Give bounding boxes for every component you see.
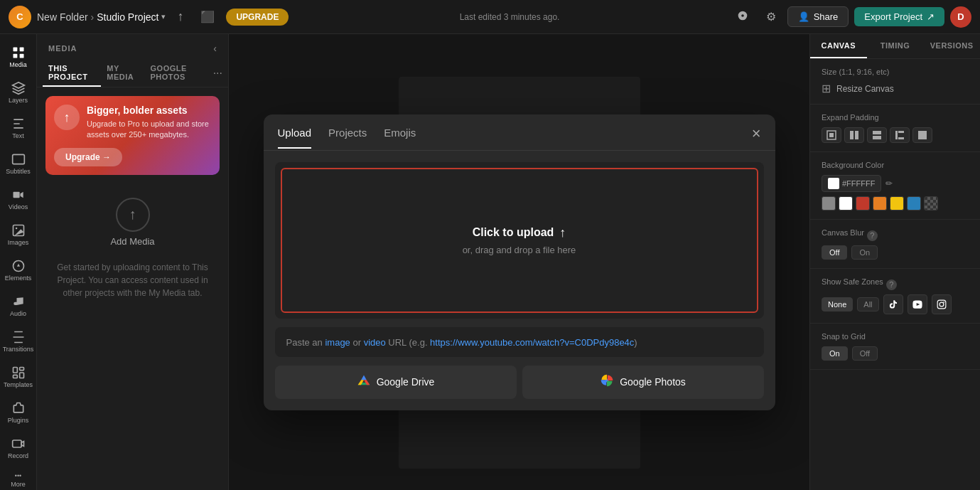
sidebar-item-templates-label: Templates bbox=[4, 381, 33, 388]
modal-overlay[interactable]: Upload Projects Emojis × Click to upload… bbox=[229, 34, 809, 490]
tab-my-media[interactable]: MY MEDIA bbox=[101, 60, 144, 87]
safe-zone-instagram-button[interactable] bbox=[932, 294, 952, 314]
topbar-preview-button[interactable]: ⬛ bbox=[195, 7, 220, 26]
upgrade-card-text: Upgrade to Pro to upload and store asset… bbox=[87, 119, 211, 141]
right-tab-versions[interactable]: VERSIONS bbox=[923, 34, 980, 58]
right-panel: CANVAS TIMING VERSIONS Size (1:1, 9:16, … bbox=[809, 34, 980, 490]
resize-icon: ⊞ bbox=[822, 82, 831, 95]
right-panel-tabs: CANVAS TIMING VERSIONS bbox=[810, 34, 980, 59]
right-tab-canvas[interactable]: CANVAS bbox=[810, 34, 867, 58]
svg-rect-16 bbox=[850, 131, 854, 139]
canvas-blur-row: Off On bbox=[822, 245, 969, 260]
sidebar-item-videos[interactable]: Videos bbox=[2, 182, 35, 216]
bg-color-section: Background Color #FFFFFF ✏ bbox=[810, 152, 980, 220]
modal-tab-projects[interactable]: Projects bbox=[328, 127, 367, 149]
left-panel-more-button[interactable]: ··· bbox=[213, 60, 222, 87]
color-preset-0[interactable] bbox=[822, 196, 836, 211]
modal-close-button[interactable]: × bbox=[752, 126, 761, 150]
sidebar-item-text[interactable]: Text bbox=[2, 111, 35, 145]
google-photos-button[interactable]: Google Photos bbox=[522, 366, 764, 399]
tab-this-project[interactable]: THIS PROJECT bbox=[43, 60, 101, 87]
breadcrumb-project[interactable]: Studio Project bbox=[97, 11, 158, 23]
padding-option-3[interactable] bbox=[890, 127, 910, 143]
svg-rect-11 bbox=[13, 375, 17, 378]
sidebar-item-images[interactable]: Images bbox=[2, 218, 35, 252]
sidebar-item-plugins[interactable]: Plugins bbox=[2, 395, 35, 430]
color-value: #FFFFFF bbox=[842, 179, 875, 188]
snap-on-button[interactable]: On bbox=[822, 346, 848, 361]
app-logo[interactable]: C bbox=[9, 6, 31, 28]
size-label: Size (1:1, 9:16, etc) bbox=[822, 68, 969, 76]
blur-off-button[interactable]: Off bbox=[822, 245, 847, 260]
snap-to-grid-section: Snap to Grid On Off bbox=[810, 324, 980, 370]
current-color-swatch[interactable]: #FFFFFF bbox=[822, 175, 881, 192]
sidebar-item-plugins-label: Plugins bbox=[8, 417, 29, 424]
share-button[interactable]: 👤 Share bbox=[787, 6, 849, 27]
color-edit-icon[interactable]: ✏ bbox=[885, 179, 893, 188]
color-preset-5[interactable] bbox=[907, 196, 921, 211]
canvas-area[interactable]: Upload Projects Emojis × Click to upload… bbox=[229, 34, 809, 490]
sidebar-item-record-label: Record bbox=[8, 452, 28, 459]
modal-tab-upload[interactable]: Upload bbox=[278, 127, 312, 149]
breadcrumb-dropdown-icon[interactable]: ▾ bbox=[161, 12, 166, 21]
main-layout: Media Layers Text Subtitles Videos Image… bbox=[0, 34, 980, 490]
svg-rect-9 bbox=[19, 368, 23, 371]
export-button[interactable]: Export Project ↗ bbox=[854, 7, 944, 26]
upload-modal: Upload Projects Emojis × Click to upload… bbox=[264, 114, 775, 410]
padding-option-0[interactable] bbox=[822, 127, 841, 143]
upload-icon: ↑ bbox=[559, 225, 566, 240]
canvas-blur-info-icon: ? bbox=[867, 230, 878, 241]
google-drive-button[interactable]: Google Drive bbox=[275, 366, 517, 399]
color-preset-1[interactable] bbox=[839, 196, 853, 211]
sidebar-item-elements[interactable]: Elements bbox=[2, 253, 35, 287]
sidebar-item-record[interactable]: Record bbox=[2, 431, 35, 465]
breadcrumb-arrow: › bbox=[91, 11, 95, 23]
left-panel-collapse-button[interactable]: ‹ bbox=[213, 43, 217, 54]
sidebar-item-videos-label: Videos bbox=[9, 203, 28, 211]
sidebar-item-transitions[interactable]: Transitions bbox=[2, 324, 35, 358]
padding-option-2[interactable] bbox=[867, 127, 887, 143]
image-link[interactable]: image bbox=[325, 337, 350, 348]
safe-zone-tiktok-button[interactable] bbox=[883, 294, 903, 314]
topbar-upload-button[interactable]: ↑ bbox=[171, 6, 189, 27]
sidebar-item-media[interactable]: Media bbox=[2, 40, 35, 74]
tab-google-photos[interactable]: GOOGLE PHOTOS bbox=[145, 60, 213, 87]
left-panel-title: MEDIA bbox=[48, 44, 77, 53]
sidebar-item-subtitles[interactable]: Subtitles bbox=[2, 147, 35, 181]
sidebar-item-audio[interactable]: Audio bbox=[2, 289, 35, 323]
color-preset-2[interactable] bbox=[856, 196, 870, 211]
modal-tab-emojis[interactable]: Emojis bbox=[384, 127, 416, 149]
breadcrumb-folder[interactable]: New Folder bbox=[37, 11, 88, 23]
sidebar-item-more[interactable]: ••• More bbox=[2, 467, 35, 490]
upload-drop-zone[interactable]: Click to upload ↑ or, drag and drop a fi… bbox=[275, 162, 764, 319]
color-preset-4[interactable] bbox=[890, 196, 904, 211]
sidebar-item-more-label: More bbox=[11, 481, 26, 488]
padding-option-4[interactable] bbox=[912, 127, 932, 143]
resize-canvas-row: ⊞ Resize Canvas bbox=[822, 82, 969, 95]
svg-rect-22 bbox=[898, 137, 904, 139]
color-preset-transparent[interactable] bbox=[924, 196, 938, 211]
padding-option-1[interactable] bbox=[844, 127, 864, 143]
topbar-gear-button[interactable]: ⚙ bbox=[760, 7, 782, 26]
right-tab-timing[interactable]: TIMING bbox=[867, 34, 924, 58]
blur-on-button[interactable]: On bbox=[851, 245, 878, 260]
sidebar-item-templates[interactable]: Templates bbox=[2, 360, 35, 394]
upgrade-card-button[interactable]: Upgrade → bbox=[54, 148, 122, 166]
add-media-area[interactable]: ↑ Add Media bbox=[37, 183, 228, 261]
svg-rect-3 bbox=[19, 54, 23, 58]
svg-rect-18 bbox=[873, 131, 881, 134]
safe-zone-youtube-button[interactable] bbox=[908, 294, 927, 314]
upload-drag-label: or, drag and drop a file here bbox=[463, 245, 576, 255]
user-avatar[interactable]: D bbox=[950, 6, 971, 28]
snap-off-button[interactable]: Off bbox=[852, 346, 878, 361]
resize-canvas-button[interactable]: Resize Canvas bbox=[836, 84, 894, 94]
safe-zone-none-button[interactable]: None bbox=[822, 297, 853, 311]
svg-rect-1 bbox=[19, 48, 23, 52]
sidebar-item-subtitles-label: Subtitles bbox=[6, 168, 31, 175]
upgrade-button[interactable]: UPGRADE bbox=[226, 9, 289, 26]
safe-zone-all-button[interactable]: All bbox=[857, 297, 878, 311]
sidebar-item-layers[interactable]: Layers bbox=[2, 75, 35, 110]
video-link[interactable]: video bbox=[364, 337, 386, 348]
topbar-settings-button[interactable] bbox=[731, 6, 755, 28]
color-preset-3[interactable] bbox=[873, 196, 887, 211]
